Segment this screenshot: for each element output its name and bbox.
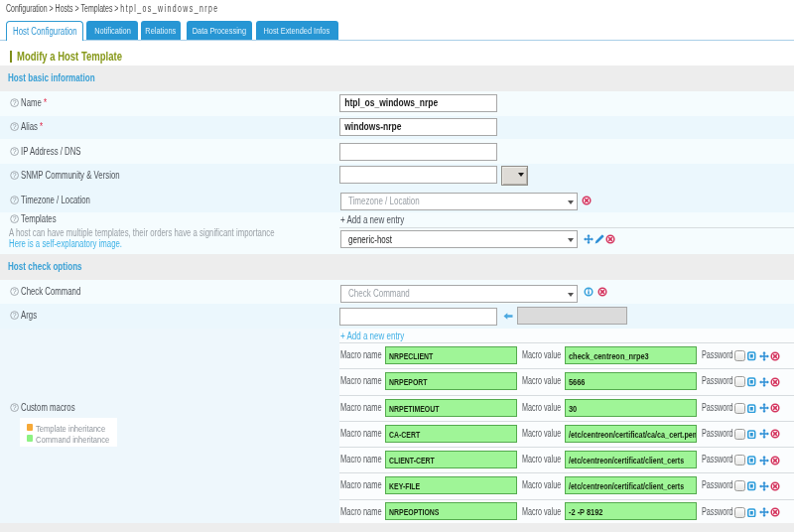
- svg-text:?: ?: [12, 404, 16, 411]
- svg-text:?: ?: [12, 148, 16, 155]
- svg-text:?: ?: [12, 197, 16, 203]
- svg-text:?: ?: [12, 215, 16, 222]
- svg-text:?: ?: [12, 99, 16, 106]
- svg-text:?: ?: [12, 288, 16, 295]
- svg-text:?: ?: [12, 123, 16, 130]
- svg-text:?: ?: [12, 172, 16, 179]
- svg-text:?: ?: [12, 312, 16, 319]
